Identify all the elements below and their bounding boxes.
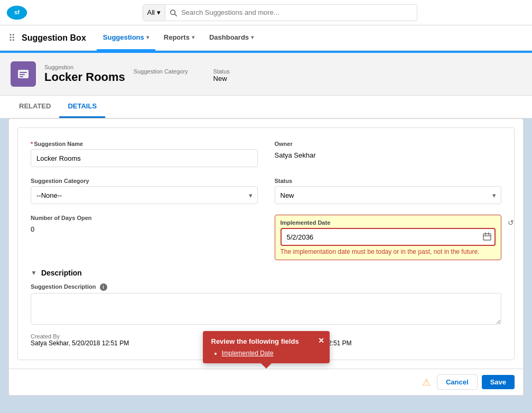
implemented-date-error: The implementation date must be today or… [281, 248, 496, 255]
record-field-category: Suggestion Category [134, 68, 188, 82]
days-open-value: 0 [31, 223, 258, 233]
content-card: *Suggestion Name Owner Satya Sekhar Sugg… [8, 118, 524, 396]
top-nav: sf All ▾ [0, 0, 532, 25]
content-area: RELATED DETAILS *Suggestion Name [0, 96, 532, 413]
suggestion-name-label: *Suggestion Name [31, 141, 258, 147]
nav-item-suggestions[interactable]: Suggestions ▾ [97, 25, 155, 51]
search-scope-select[interactable]: All ▾ [143, 5, 165, 21]
record-category-label: Suggestion Category [134, 68, 188, 75]
description-section: ▼ Description Suggestion Description i [31, 269, 501, 325]
record-meta: Suggestion Locker Rooms [44, 64, 125, 84]
cancel-button[interactable]: Cancel [437, 374, 478, 390]
status-label: Status [275, 178, 502, 184]
owner-group: Owner Satya Sekhar [275, 141, 502, 167]
nav-dashboards-chevron: ▾ [251, 34, 254, 40]
days-open-label: Number of Days Open [31, 215, 258, 221]
owner-value: Satya Sekhar [275, 149, 502, 159]
search-scope-label: All [147, 8, 155, 16]
salesforce-logo: sf [6, 5, 27, 20]
error-popup-title: Review the following fields [211, 337, 321, 345]
implemented-date-group: Implemented Date ↺ [275, 215, 502, 260]
nav-dashboards-label: Dashboards [209, 33, 249, 41]
svg-text:sf: sf [14, 9, 20, 15]
info-icon[interactable]: i [100, 283, 107, 291]
search-icon [165, 9, 181, 16]
error-popup: Review the following fields ✕ Implemente… [203, 331, 330, 363]
svg-line-3 [175, 14, 177, 16]
implemented-date-label: Implemented Date [281, 219, 331, 226]
record-status-value: New [213, 75, 230, 82]
record-status-label: Status [213, 68, 230, 75]
suggestion-description-group: Suggestion Description i [31, 283, 501, 325]
implemented-date-input[interactable] [281, 228, 496, 246]
grid-icon[interactable]: ⠿ [8, 32, 15, 44]
tabs-bar: RELATED DETAILS [0, 96, 532, 118]
svg-rect-6 [20, 74, 25, 75]
error-popup-list: Implemented Date [211, 350, 321, 357]
section-header-description: ▼ Description [31, 269, 501, 277]
app-title: Suggestion Box [22, 33, 86, 43]
nav-reports-label: Reports [164, 33, 190, 41]
date-reset-icon[interactable]: ↺ [508, 218, 514, 227]
warning-icon: ⚠ [422, 377, 431, 388]
error-popup-close-button[interactable]: ✕ [318, 336, 324, 345]
error-field-link[interactable]: Implemented Date [222, 350, 274, 357]
calendar-icon[interactable] [483, 232, 491, 242]
record-fields: Suggestion Category Status New [134, 68, 230, 82]
record-field-status: Status New [213, 68, 230, 82]
svg-rect-7 [20, 76, 23, 77]
suggestion-name-input[interactable] [31, 149, 258, 167]
owner-label: Owner [275, 141, 502, 147]
status-select[interactable]: New [275, 186, 502, 204]
error-popup-arrow [261, 363, 272, 369]
app-bar: ⠿ Suggestion Box Suggestions ▾ Reports ▾… [0, 25, 532, 51]
page-wrapper: sf All ▾ ⠿ Suggestion Box Suggestions ▾ … [0, 0, 532, 413]
implemented-date-header: Implemented Date ↺ [281, 219, 496, 226]
tab-details[interactable]: DETAILS [59, 96, 105, 118]
implemented-date-input-wrap [281, 228, 496, 246]
svg-rect-5 [20, 72, 27, 73]
record-type-label: Suggestion [44, 64, 125, 70]
suggestion-category-select[interactable]: --None-- [31, 186, 258, 204]
record-header: Suggestion Locker Rooms Suggestion Categ… [0, 53, 532, 96]
save-button[interactable]: Save [482, 375, 515, 389]
nav-suggestions-label: Suggestions [103, 33, 144, 41]
required-indicator: * [31, 141, 33, 147]
record-icon [11, 61, 36, 87]
suggestion-description-textarea[interactable] [31, 293, 501, 325]
main-content: *Suggestion Name Owner Satya Sekhar Sugg… [17, 127, 515, 360]
description-section-label: Description [41, 269, 82, 277]
suggestion-category-group: Suggestion Category --None-- ▾ [31, 178, 258, 204]
search-bar: All ▾ [143, 4, 417, 21]
days-open-group: Number of Days Open 0 [31, 215, 258, 260]
record-name: Locker Rooms [44, 70, 125, 84]
error-popup-list-item: Implemented Date [222, 350, 321, 357]
tab-related[interactable]: RELATED [11, 96, 59, 118]
form-section-top: *Suggestion Name Owner Satya Sekhar Sugg… [31, 141, 501, 260]
nav-item-reports[interactable]: Reports ▾ [157, 25, 201, 51]
status-group: Status New ▾ [275, 178, 502, 204]
nav-item-dashboards[interactable]: Dashboards ▾ [203, 25, 260, 51]
search-input[interactable] [181, 8, 417, 16]
suggestion-name-group: *Suggestion Name [31, 141, 258, 167]
status-select-wrap: New ▾ [275, 186, 502, 204]
suggestion-category-label: Suggestion Category [31, 178, 258, 184]
search-scope-arrow: ▾ [157, 8, 161, 16]
nav-suggestions-chevron: ▾ [146, 34, 149, 40]
suggestion-category-select-wrap: --None-- ▾ [31, 186, 258, 204]
nav-reports-chevron: ▾ [192, 34, 194, 40]
svg-rect-8 [483, 234, 491, 240]
suggestion-description-label: Suggestion Description i [31, 283, 501, 291]
section-collapse-icon[interactable]: ▼ [31, 269, 37, 277]
action-bar: Review the following fields ✕ Implemente… [9, 369, 523, 395]
